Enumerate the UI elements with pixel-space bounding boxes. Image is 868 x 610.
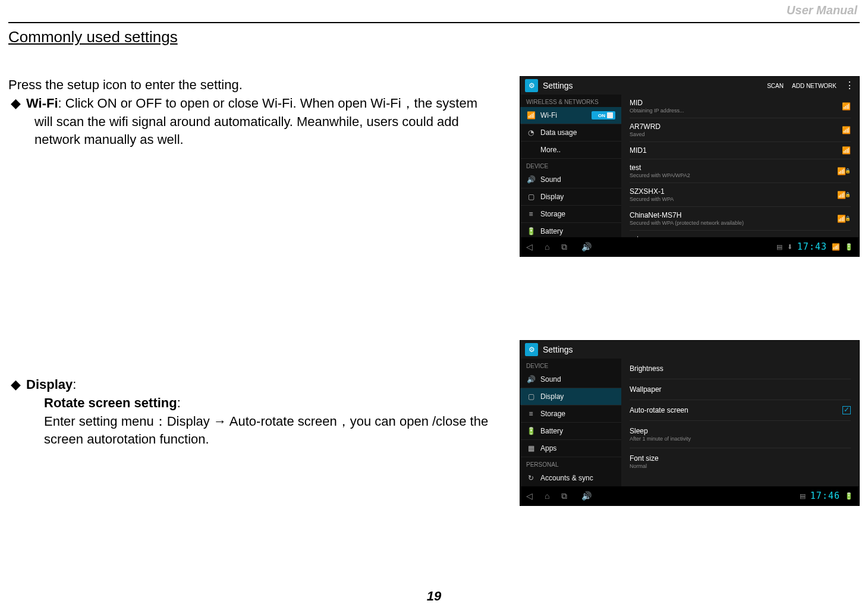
option-font-size[interactable]: Font sizeNormal — [630, 448, 851, 475]
bullet-icon: ◆ — [8, 95, 26, 113]
option-name: Brightness — [630, 364, 663, 373]
rotate-colon: : — [177, 395, 181, 410]
rotate-text-a: Enter setting menu：Display → Auto-rotate… — [8, 413, 508, 431]
option-name: Font size — [630, 454, 659, 463]
action-bar: ⚙ Settings SCAN ADD NETWORK ⋮ — [520, 77, 859, 95]
option-sub: After 1 minute of inactivity — [630, 436, 691, 442]
wifi-label: Wi-Fi — [26, 96, 58, 111]
sync-icon: ↻ — [526, 474, 536, 482]
recent-icon[interactable]: ⧉ — [561, 491, 567, 501]
screenshot-wifi-settings: ⚙ Settings SCAN ADD NETWORK ⋮ WIRELESS &… — [520, 76, 860, 257]
network-name: AR7WRD — [630, 122, 842, 131]
sidebar-item-data-usage[interactable]: ◔ Data usage — [520, 124, 621, 142]
network-row[interactable]: MIDObtaining IP address...📶 — [630, 95, 851, 118]
sidebar-label: Display — [540, 193, 615, 201]
sidebar-label: Sound — [540, 175, 615, 184]
volume-icon[interactable]: 🔊 — [581, 491, 592, 501]
sdcard-icon: ▤ — [800, 492, 806, 500]
battery-icon: 🔋 — [526, 427, 536, 435]
sidebar-item-storage[interactable]: ≡Storage — [520, 405, 621, 423]
screenshot-display-settings: ⚙ Settings DEVICE 🔊Sound ▢Display ≡Stora… — [520, 340, 860, 506]
apps-icon: ▦ — [526, 444, 536, 452]
sound-icon: 🔊 — [526, 375, 536, 383]
wifi-text-a: Click ON or OFF to open or close Wi-Fi. … — [65, 96, 477, 111]
sdcard-icon: ▤ — [776, 243, 782, 251]
network-name: test — [630, 163, 837, 172]
back-icon[interactable]: ◁ — [526, 491, 533, 501]
app-title: Settings — [543, 345, 854, 354]
rotate-text-b: screen autorotation function. — [8, 430, 508, 449]
settings-icon[interactable]: ⚙ — [525, 79, 538, 92]
back-icon[interactable]: ◁ — [526, 242, 533, 252]
network-status: Obtaining IP address... — [630, 108, 842, 114]
option-name: Sleep — [630, 427, 691, 435]
wifi-colon: : — [58, 96, 65, 111]
volume-icon[interactable]: 🔊 — [581, 242, 592, 251]
display-icon: ▢ — [526, 392, 536, 401]
sidebar-header-wireless: WIRELESS & NETWORKS — [520, 95, 621, 107]
sidebar-item-sound[interactable]: 🔊 Sound — [520, 171, 621, 188]
sidebar-item-battery[interactable]: 🔋Battery — [520, 423, 621, 440]
network-row[interactable]: ChinaNet-MS7HSecured with WPA (protected… — [630, 207, 851, 231]
lock-icon: 🔒 — [845, 168, 851, 174]
wifi-status-icon: 📶 — [832, 243, 840, 251]
settings-sidebar: WIRELESS & NETWORKS 📶 Wi-Fi ON ◔ Data us… — [520, 95, 621, 237]
option-name: Wallpaper — [630, 385, 662, 394]
data-usage-icon: ◔ — [526, 128, 536, 137]
auto-rotate-checkbox[interactable] — [842, 406, 851, 414]
status-time: 17:46 — [810, 490, 840, 501]
status-time: 17:43 — [797, 241, 827, 252]
network-row[interactable]: szta — [630, 231, 851, 237]
wifi-toggle[interactable]: ON — [592, 111, 615, 120]
sidebar-item-display[interactable]: ▢ Display — [520, 188, 621, 206]
sidebar-item-accounts[interactable]: ↻Accounts & sync — [520, 470, 621, 486]
intro-text: Press the setup icon to enter the settin… — [8, 76, 508, 95]
system-nav-bar: ◁ ⌂ ⧉ 🔊 ▤ ⬇ 17:43 📶 🔋 — [520, 237, 859, 256]
home-icon[interactable]: ⌂ — [545, 491, 549, 501]
wifi-text-c: network manually as well. — [8, 131, 508, 149]
sidebar-label: Battery — [540, 227, 615, 235]
scan-button[interactable]: SCAN — [767, 83, 784, 89]
network-row[interactable]: testSecured with WPA/WPA2📶🔒 — [630, 159, 851, 183]
option-auto-rotate[interactable]: Auto-rotate screen — [630, 400, 851, 421]
text-block-display: ◆ Display: Rotate screen setting: Enter … — [8, 340, 508, 449]
option-wallpaper[interactable]: Wallpaper — [630, 379, 851, 400]
network-status: Saved — [630, 131, 842, 137]
option-brightness[interactable]: Brightness — [630, 359, 851, 379]
recent-icon[interactable]: ⧉ — [561, 242, 567, 252]
lock-icon: 🔒 — [845, 216, 851, 221]
home-icon[interactable]: ⌂ — [545, 242, 549, 252]
sidebar-item-battery[interactable]: 🔋 Battery — [520, 223, 621, 237]
sidebar-label: Apps — [540, 444, 615, 452]
sidebar-label: Display — [540, 392, 615, 401]
sidebar-item-sound[interactable]: 🔊Sound — [520, 371, 621, 388]
sidebar-item-more[interactable]: More.. — [520, 142, 621, 159]
sidebar-label: Data usage — [540, 128, 615, 137]
network-name: ChinaNet-MS7H — [630, 211, 837, 219]
sidebar-label: More.. — [540, 146, 615, 154]
network-status: Secured with WPA (protected network avai… — [630, 220, 837, 226]
network-row[interactable]: AR7WRDSaved📶 — [630, 118, 851, 142]
wifi-icon: 📶 — [526, 111, 536, 120]
sidebar-label: Wi-Fi — [540, 111, 592, 120]
page-number: 19 — [0, 589, 868, 604]
sidebar-item-apps[interactable]: ▦Apps — [520, 440, 621, 457]
storage-icon: ≡ — [526, 410, 536, 418]
sidebar-label: Storage — [540, 210, 615, 218]
wifi-network-list[interactable]: MIDObtaining IP address...📶 AR7WRDSaved📶… — [621, 95, 859, 237]
sidebar-item-wifi[interactable]: 📶 Wi-Fi ON — [520, 107, 621, 124]
add-network-button[interactable]: ADD NETWORK — [792, 83, 836, 89]
overflow-menu-icon[interactable]: ⋮ — [845, 84, 854, 87]
sidebar-item-storage[interactable]: ≡ Storage — [520, 206, 621, 223]
settings-icon[interactable]: ⚙ — [525, 343, 538, 356]
sidebar-item-display[interactable]: ▢Display — [520, 388, 621, 405]
network-row[interactable]: SZXSHX-1Secured with WPA📶🔒 — [630, 183, 851, 207]
sidebar-header-device: DEVICE — [520, 159, 621, 171]
network-row[interactable]: MID1📶 — [630, 142, 851, 159]
network-name: szta — [630, 235, 851, 237]
header-brand: User Manual — [787, 4, 857, 17]
sound-icon: 🔊 — [526, 175, 536, 184]
display-options-list[interactable]: Brightness Wallpaper Auto-rotate screen … — [621, 359, 859, 486]
option-sleep[interactable]: SleepAfter 1 minute of inactivity — [630, 421, 851, 448]
wifi-signal-icon: 📶 — [842, 102, 851, 111]
